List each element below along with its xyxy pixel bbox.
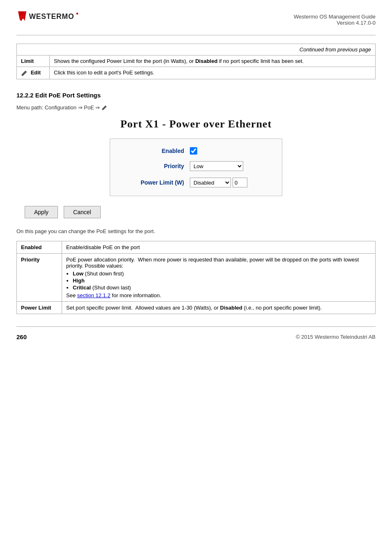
enabled-field: Enabled xyxy=(17,241,62,254)
header-title: Westermo OS Management Guide xyxy=(294,14,376,20)
power-limit-select[interactable]: Disabled 1 2 xyxy=(190,178,231,187)
description-table: Enabled Enable/disable PoE on the port P… xyxy=(16,241,376,314)
limit-label: Limit xyxy=(17,56,50,67)
description-intro: On this page you can change the PoE sett… xyxy=(16,228,376,234)
svg-text:WESTERMO: WESTERMO xyxy=(29,12,74,21)
svg-point-3 xyxy=(76,13,78,15)
power-limit-desc: Set port specific power limit. Allowed v… xyxy=(62,302,376,314)
priority-field: Priority xyxy=(17,254,62,302)
list-item: High xyxy=(73,278,371,284)
page-header: WESTERMO Westermo OS Management Guide Ve… xyxy=(0,0,392,35)
priority-row: Priority Low High Critical xyxy=(118,161,270,171)
table-row: Limit Shows the configured Power Limit f… xyxy=(17,56,376,67)
power-limit-field: Power Limit xyxy=(17,302,62,314)
logo: WESTERMO xyxy=(16,8,82,31)
priority-select[interactable]: Low High Critical xyxy=(190,161,243,171)
button-row: Apply Cancel xyxy=(16,206,376,218)
enabled-label: Enabled xyxy=(118,148,184,154)
settings-form: Enabled Priority Low High Critical Power… xyxy=(110,139,282,196)
menu-path-text: Menu path: Configuration ⇒ PoE ⇒ xyxy=(16,104,101,111)
enabled-desc: Enable/disable PoE on the port xyxy=(62,241,376,254)
main-content: Continued from previous page Limit Shows… xyxy=(0,44,392,314)
edit-description: Click this icon to edit a port's PoE set… xyxy=(50,67,376,79)
list-item: Critical (Shut down last) xyxy=(73,284,371,291)
power-limit-label: Power Limit (W) xyxy=(118,179,184,186)
footer-divider xyxy=(16,326,376,327)
table-row: Power Limit Set port specific power limi… xyxy=(17,302,376,314)
port-title: Port X1 - Power over Ethernet xyxy=(16,118,376,130)
header-divider xyxy=(16,35,376,35)
continued-from-row: Continued from previous page xyxy=(17,44,376,56)
table-row: Priority PoE power allocation priority. … xyxy=(17,254,376,302)
footer-copyright: © 2015 Westermo Teleindustri AB xyxy=(296,334,376,340)
priority-label: Priority xyxy=(118,163,184,169)
power-limit-number[interactable] xyxy=(233,178,247,187)
section-link[interactable]: section 12.1.2 xyxy=(77,292,111,298)
page-footer: 260 © 2015 Westermo Teleindustri AB xyxy=(0,331,392,349)
list-item: Low (Shut down first) xyxy=(73,271,371,277)
menu-path: Menu path: Configuration ⇒ PoE ⇒ xyxy=(16,104,376,111)
continued-table: Continued from previous page Limit Shows… xyxy=(16,44,376,79)
apply-button[interactable]: Apply xyxy=(25,206,58,218)
pencil-icon xyxy=(21,70,28,76)
section-heading: 12.2.2 Edit PoE Port Settings xyxy=(16,92,376,99)
enabled-checkbox[interactable] xyxy=(190,147,197,155)
continued-label: Continued from previous page xyxy=(17,44,376,56)
disabled-text: Disabled xyxy=(195,58,217,64)
power-limit-row: Power Limit (W) Disabled 1 2 xyxy=(118,178,270,187)
priority-list: Low (Shut down first) High Critical (Shu… xyxy=(73,271,371,291)
enabled-row: Enabled xyxy=(118,147,270,155)
disabled-bold: Disabled xyxy=(220,305,242,311)
header-text: Westermo OS Management Guide Version 4.1… xyxy=(294,14,376,26)
edit-label: Edit xyxy=(17,67,50,79)
table-row: Edit Click this icon to edit a port's Po… xyxy=(17,67,376,79)
header-version: Version 4.17.0-0 xyxy=(294,20,376,26)
westermo-logo-svg: WESTERMO xyxy=(16,8,82,31)
menu-pencil-icon xyxy=(101,105,107,111)
cancel-button[interactable]: Cancel xyxy=(64,206,101,218)
table-row: Enabled Enable/disable PoE on the port xyxy=(17,241,376,254)
page-number: 260 xyxy=(16,333,27,340)
limit-description: Shows the configured Power Limit for the… xyxy=(50,56,376,67)
priority-desc: PoE power allocation priority. When more… xyxy=(62,254,376,302)
